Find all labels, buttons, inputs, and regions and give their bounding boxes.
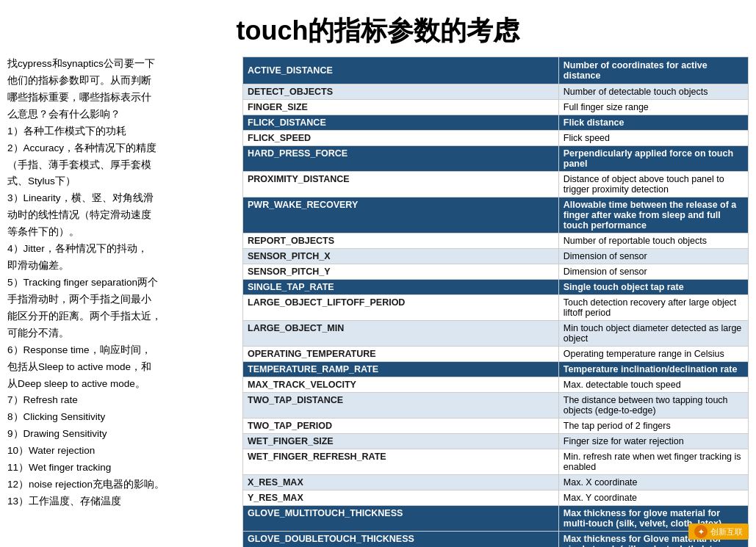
left-text-line: 12）noise rejection充电器的影响。 xyxy=(7,477,231,493)
param-name: DETECT_OBJECTS xyxy=(243,84,559,100)
left-text-line: 手指滑动时，两个手指之间最小 xyxy=(7,292,231,308)
param-name: SENSOR_PITCH_X xyxy=(243,249,559,264)
param-desc: Max. X coordinate xyxy=(558,475,748,490)
left-text-line: 1）各种工作模式下的功耗 xyxy=(7,124,231,140)
table-row: DETECT_OBJECTSNumber of detectable touch… xyxy=(243,84,749,100)
left-text-line: 哪些指标重要，哪些指标表示什 xyxy=(7,90,231,106)
param-desc: Min. refresh rate when wet finger tracki… xyxy=(558,449,748,475)
param-name: TWO_TAP_PERIOD xyxy=(243,419,559,434)
param-name: SENSOR_PITCH_Y xyxy=(243,264,559,280)
param-desc: Dimension of sensor xyxy=(558,264,748,280)
left-text-line: 2）Accuracy，各种情况下的精度 xyxy=(7,141,231,156)
param-desc: Temperature inclination/declination rate xyxy=(558,362,748,377)
left-text-line: 10）Water rejection xyxy=(7,443,231,459)
param-desc: Number of detectable touch objects xyxy=(558,84,748,100)
param-name: X_RES_MAX xyxy=(243,475,559,490)
right-panel: ACTIVE_DISTANCE Number of coordinates fo… xyxy=(242,57,749,547)
param-name: TEMPERATURE_RAMP_RATE xyxy=(243,362,559,377)
left-text-line: 即滑动偏差。 xyxy=(7,258,231,274)
param-name: WET_FINGER_REFRESH_RATE xyxy=(243,449,559,475)
col-header-param: ACTIVE_DISTANCE xyxy=(243,57,559,84)
left-text-line: 式、Stylus下） xyxy=(7,174,231,189)
table-row: GLOVE_MULTITOUCH_THICKNESSMax thickness … xyxy=(243,506,749,532)
param-name: LARGE_OBJECT_MIN xyxy=(243,321,559,347)
param-desc: Min touch object diameter detected as la… xyxy=(558,321,748,347)
watermark: ✦ 创新互联 xyxy=(688,524,749,540)
watermark-logo: ✦ xyxy=(694,525,708,538)
table-row: FLICK_SPEEDFlick speed xyxy=(243,131,749,146)
table-row: REPORT_OBJECTSNumber of reportable touch… xyxy=(243,233,749,249)
left-text-line: 可能分不清。 xyxy=(7,326,231,341)
table-row: WET_FINGER_SIZEFinger size for water rej… xyxy=(243,434,749,449)
param-name: FLICK_DISTANCE xyxy=(243,115,559,131)
table-row: SINGLE_TAP_RATESingle touch object tap r… xyxy=(243,280,749,295)
left-text-line: 找cypress和synaptics公司要一下 xyxy=(7,57,231,72)
param-desc: Flick distance xyxy=(558,115,748,131)
left-panel: 找cypress和synaptics公司要一下他们的指标参数即可。从而判断哪些指… xyxy=(7,57,235,547)
table-row: Y_RES_MAXMax. Y coordinate xyxy=(243,490,749,506)
param-name: PWR_WAKE_RECOVERY xyxy=(243,198,559,233)
table-row: OPERATING_TEMPERATUREOperating temperatu… xyxy=(243,347,749,362)
param-name: SINGLE_TAP_RATE xyxy=(243,280,559,295)
left-text-line: （手指、薄手套模式、厚手套模 xyxy=(7,158,231,173)
left-text-line: 8）Clicking Sensitivity xyxy=(7,410,231,425)
table-row: LARGE_OBJECT_MINMin touch object diamete… xyxy=(243,321,749,347)
table-row: FINGER_SIZEFull finger size range xyxy=(243,100,749,115)
left-text-line: 他们的指标参数即可。从而判断 xyxy=(7,73,231,89)
table-row: GLOVE_DOUBLETOUCH_THICKNESSMax thickness… xyxy=(243,532,749,548)
param-name: WET_FINGER_SIZE xyxy=(243,434,559,449)
left-text-line: 7）Refresh rate xyxy=(7,393,231,408)
left-text-line: 13）工作温度、存储温度 xyxy=(7,494,231,510)
left-text-line: 9）Drawing Sensitivity xyxy=(7,427,231,442)
table-row: PWR_WAKE_RECOVERYAllowable time between … xyxy=(243,198,749,233)
param-desc: Flick speed xyxy=(558,131,748,146)
left-text-line: 么意思？会有什么影响？ xyxy=(7,107,231,123)
left-text-line: 等条件下的）。 xyxy=(7,225,231,240)
left-text-line: 6）Response time，响应时间， xyxy=(7,343,231,358)
left-text-line: 包括从Sleep to active mode，和 xyxy=(7,360,231,375)
page: touch的指标参数的考虑 找cypress和synaptics公司要一下他们的… xyxy=(0,0,756,547)
table-row: TWO_TAP_DISTANCEThe distance between two… xyxy=(243,393,749,419)
left-text-line: 从Deep sleep to active mode。 xyxy=(7,377,231,392)
watermark-text: 创新互联 xyxy=(710,526,743,537)
table-row: TEMPERATURE_RAMP_RATETemperature inclina… xyxy=(243,362,749,377)
param-desc: Dimension of sensor xyxy=(558,249,748,264)
left-text-line: 3）Linearity，横、竖、对角线滑 xyxy=(7,191,231,206)
param-name: HARD_PRESS_FORCE xyxy=(243,146,559,172)
table-row: FLICK_DISTANCEFlick distance xyxy=(243,115,749,131)
param-desc: Perpendicularly applied force on touch p… xyxy=(558,146,748,172)
param-desc: The distance between two tapping touch o… xyxy=(558,393,748,419)
param-name: REPORT_OBJECTS xyxy=(243,233,559,249)
param-name: FLICK_SPEED xyxy=(243,131,559,146)
param-name: GLOVE_MULTITOUCH_THICKNESS xyxy=(243,506,559,532)
table-row: PROXIMITY_DISTANCEDistance of object abo… xyxy=(243,172,749,198)
table-row: LARGE_OBJECT_LIFTOFF_PERIODTouch detecti… xyxy=(243,295,749,321)
table-row: MAX_TRACK_VELOCITYMax. detectable touch … xyxy=(243,377,749,393)
col-header-desc: Number of coordinates for active distanc… xyxy=(558,57,748,84)
param-desc: Max. detectable touch speed xyxy=(558,377,748,393)
table-row: SENSOR_PITCH_XDimension of sensor xyxy=(243,249,749,264)
param-desc: Number of reportable touch objects xyxy=(558,233,748,249)
param-name: GLOVE_DOUBLETOUCH_THICKNESS xyxy=(243,532,559,548)
left-text-line: 11）Wet finger tracking xyxy=(7,460,231,476)
left-text-line: 能区分开的距离。两个手指太近， xyxy=(7,309,231,325)
param-desc: Touch detection recovery after large obj… xyxy=(558,295,748,321)
param-desc: Single touch object tap rate xyxy=(558,280,748,295)
param-desc: Allowable time between the release of a … xyxy=(558,198,748,233)
param-name: MAX_TRACK_VELOCITY xyxy=(243,377,559,393)
param-desc: Distance of object above touch panel to … xyxy=(558,172,748,198)
table-row: HARD_PRESS_FORCEPerpendicularly applied … xyxy=(243,146,749,172)
left-text-line: 动时的线性情况（特定滑动速度 xyxy=(7,208,231,223)
param-name: Y_RES_MAX xyxy=(243,490,559,506)
param-desc: Full finger size range xyxy=(558,100,748,115)
param-desc: Operating temperature range in Celsius xyxy=(558,347,748,362)
param-desc: Max. Y coordinate xyxy=(558,490,748,506)
table-row: WET_FINGER_REFRESH_RATEMin. refresh rate… xyxy=(243,449,749,475)
param-name: TWO_TAP_DISTANCE xyxy=(243,393,559,419)
left-text-line: 5）Tracking finger separation两个 xyxy=(7,275,231,291)
table-row: SENSOR_PITCH_YDimension of sensor xyxy=(243,264,749,280)
content-area: 找cypress和synaptics公司要一下他们的指标参数即可。从而判断哪些指… xyxy=(0,57,756,547)
left-text-line: 4）Jitter，各种情况下的抖动， xyxy=(7,242,231,257)
param-desc: Finger size for water rejection xyxy=(558,434,748,449)
param-desc: The tap period of 2 fingers xyxy=(558,419,748,434)
